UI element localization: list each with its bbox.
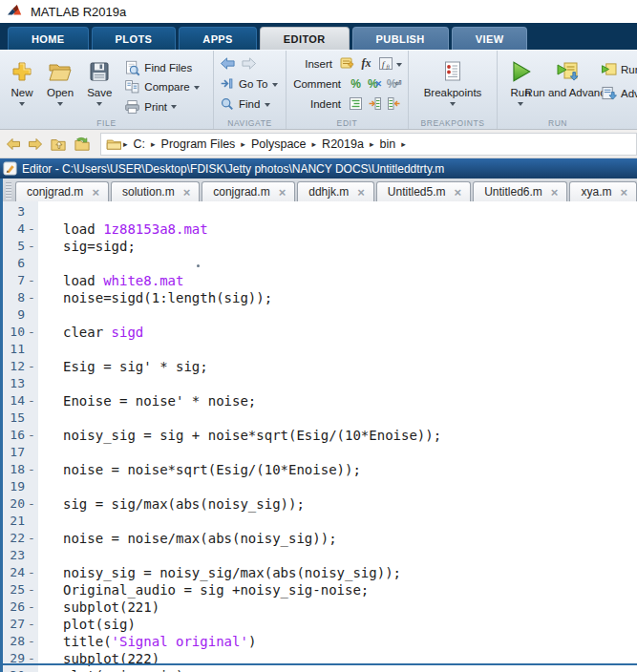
breadcrumb-item[interactable]: C: [130, 137, 150, 151]
indent-left-icon[interactable] [386, 96, 402, 112]
print-button[interactable]: Print [124, 97, 199, 116]
goto-button[interactable]: Go To [218, 74, 282, 94]
code-line[interactable]: 23 [3, 547, 637, 564]
file-tab[interactable]: Untitled5.m× [376, 181, 471, 201]
line-number: 6 [3, 255, 25, 272]
code-line[interactable]: 3 [3, 203, 637, 220]
tab-close-icon[interactable]: × [620, 186, 627, 199]
open-button[interactable]: Open [40, 53, 80, 116]
comment-icon[interactable]: % [348, 76, 364, 92]
run-button[interactable]: Run [501, 53, 540, 116]
code-line[interactable]: 22-noise = noise/max(abs(noisy_sig)); [3, 530, 637, 547]
wrap-comments-icon[interactable]: %⏎ [386, 76, 402, 92]
ribbon-section-file: New Open Save [0, 51, 213, 129]
browse-folder-icon[interactable] [74, 136, 91, 152]
compare-button[interactable]: Compare [124, 77, 199, 96]
code-line[interactable]: 8-noise=sigd(1:length(sig)); [3, 289, 637, 306]
history-forward-icon[interactable] [28, 137, 43, 151]
code-line[interactable]: 9 [3, 306, 637, 324]
tab-close-icon[interactable]: × [551, 186, 559, 199]
uncomment-icon[interactable]: %✕ [367, 76, 383, 92]
ribbon-tab-editor[interactable]: EDITOR [260, 27, 350, 50]
ribbon-tab-plots[interactable]: PLOTS [92, 27, 177, 50]
file-tab[interactable]: ddhjk.m× [297, 181, 374, 201]
run-and-advance-button[interactable]: Run and Advance [540, 53, 597, 116]
code-line[interactable]: 19 [3, 478, 637, 495]
ribbon-tab-apps[interactable]: APPS [179, 27, 257, 50]
new-button[interactable]: New [4, 53, 40, 116]
history-back-icon[interactable] [6, 137, 21, 151]
tab-close-icon[interactable]: × [183, 186, 191, 199]
ribbon-tab-strip: HOMEPLOTSAPPSEDITORPUBLISHVIEW [0, 23, 637, 50]
code-line[interactable]: 25-Original_audio = sig +noisy_sig-noise… [3, 581, 637, 598]
code-line[interactable]: 21 [3, 513, 637, 530]
code-token: noisy_sig = sig + noise*sqrt(Esig/(10*En… [63, 428, 441, 443]
code-line[interactable]: 13 [3, 375, 637, 392]
file-tab-label: ddhjk.m [308, 185, 349, 199]
line-number: 5 [3, 238, 25, 255]
file-tab[interactable]: solution.m× [111, 181, 200, 201]
code-editor[interactable]: 34-load 1z88153a8.mat5-sig=sigd;67-load … [3, 201, 637, 672]
code-line[interactable]: 4-load 1z88153a8.mat [3, 220, 637, 238]
code-line[interactable]: 10-clear sigd [3, 324, 637, 341]
code-line[interactable]: 5-sig=sigd; [3, 238, 637, 255]
chevron-down-icon[interactable] [396, 63, 402, 67]
file-tab[interactable]: conjgrad.m× [202, 181, 295, 201]
tab-close-icon[interactable]: × [279, 186, 287, 199]
code-line[interactable]: 24-noisy_sig = noisy_sig/max(abs(noisy_s… [3, 564, 637, 581]
tab-grip-handle[interactable] [6, 182, 11, 200]
back-icon[interactable] [220, 56, 236, 71]
code-line[interactable]: 17 [3, 444, 637, 461]
ribbon-section-breakpoints: Breakpoints BREAKPOINTS [408, 51, 497, 129]
line-number: 4 [3, 220, 25, 238]
insert-code-icon[interactable] [339, 56, 355, 72]
code-line[interactable]: 20-sig = sig/max(abs(noisy_sig)); [3, 495, 637, 513]
tab-close-icon[interactable]: × [455, 186, 462, 199]
code-text [38, 478, 63, 495]
code-line[interactable]: 27-plot(sig) [3, 616, 637, 633]
line-number: 16 [3, 427, 25, 444]
folder-up-icon[interactable] [50, 136, 67, 152]
ribbon-tab-view[interactable]: VIEW [452, 27, 528, 50]
code-line[interactable]: 14-Enoise = noise' * noise; [3, 392, 637, 410]
file-tab[interactable]: conjgrad.m× [15, 181, 109, 201]
ribbon-tab-publish[interactable]: PUBLISH [352, 27, 449, 50]
save-button[interactable]: Save [80, 53, 118, 116]
code-string-token: white8.mat [103, 273, 183, 288]
run-section-button[interactable]: Run [601, 61, 637, 78]
smart-indent-icon[interactable] [348, 96, 364, 112]
code-line[interactable]: 28-title('Signal original') [3, 633, 637, 650]
breakpoints-button[interactable]: Breakpoints [417, 53, 489, 116]
tab-close-icon[interactable]: × [92, 186, 99, 199]
code-line[interactable]: 30-plot(noisy_sig) [3, 667, 637, 672]
code-line[interactable]: 26-subplot(221) [3, 598, 637, 616]
breadcrumb-item[interactable]: Program Files [158, 137, 240, 151]
new-button-label: New [11, 87, 32, 99]
breadcrumb-item[interactable]: bin [375, 137, 399, 151]
chevron-down-icon [272, 83, 278, 87]
code-line[interactable]: 18-noise = noise*sqrt(Esig/(10*Enoise)); [3, 461, 637, 478]
chevron-down-icon [194, 86, 200, 90]
insert-fx-icon[interactable]: fx [358, 56, 374, 72]
ribbon-tab-home[interactable]: HOME [8, 27, 89, 50]
find-button[interactable]: Find [218, 94, 282, 114]
insert-function-icon[interactable]: ffi [377, 56, 393, 72]
tab-close-icon[interactable]: × [357, 186, 365, 199]
advance-button[interactable]: Adv [601, 85, 637, 102]
code-line[interactable]: 12-Esig = sig' * sig; [3, 358, 637, 375]
file-tab[interactable]: Untitled6.m× [473, 181, 567, 201]
code-line[interactable]: 6 [3, 255, 637, 272]
find-files-button[interactable]: Find Files [124, 58, 199, 77]
code-line[interactable]: 7-load white8.mat [3, 272, 637, 289]
executable-line-marker [25, 375, 38, 392]
forward-icon[interactable] [241, 56, 257, 71]
path-breadcrumb[interactable]: ▸C:▸Program Files▸Polyspace▸R2019a▸bin▸ [100, 133, 637, 156]
file-tab[interactable]: xya.m× [569, 181, 637, 201]
breadcrumb-item[interactable]: R2019a [318, 137, 368, 151]
code-line[interactable]: 16-noisy_sig = sig + noise*sqrt(Esig/(10… [3, 427, 637, 444]
code-token: sig=sigd; [63, 239, 136, 254]
indent-right-icon[interactable] [367, 96, 383, 112]
breadcrumb-item[interactable]: Polyspace [247, 137, 310, 151]
code-line[interactable]: 11 [3, 341, 637, 358]
code-line[interactable]: 15 [3, 410, 637, 427]
